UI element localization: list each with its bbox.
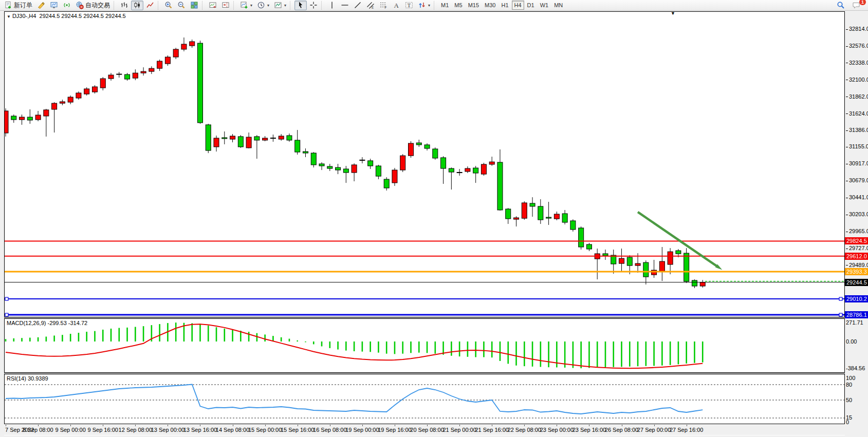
candle-up xyxy=(5,111,8,133)
vline-button[interactable] xyxy=(326,1,338,10)
time-axis-label: 12 Sep 08:00 xyxy=(119,427,152,433)
chart-shift-marker-icon[interactable]: ▼ xyxy=(671,11,675,16)
template-button[interactable]: ▾ xyxy=(272,1,288,10)
template-icon xyxy=(274,1,282,9)
candle-down xyxy=(424,145,430,148)
collapse-arrow-icon[interactable]: ▼ xyxy=(7,14,11,19)
chart-symbol-period: DJ30-,H4 xyxy=(12,13,36,19)
price-axis[interactable]: 32814.032576.032338.032100.031862.031624… xyxy=(846,11,868,435)
time-axis-label: 9 Sep 16:00 xyxy=(88,427,118,433)
period-button[interactable]: ▾ xyxy=(255,1,271,10)
time-tick xyxy=(557,425,557,426)
text-button[interactable]: A xyxy=(390,1,402,10)
timeframe-button-h1[interactable]: H1 xyxy=(498,1,511,10)
candle-down xyxy=(270,138,275,139)
candle-down xyxy=(562,214,567,222)
zoom-out-icon xyxy=(177,1,186,9)
chevron-down-icon: ▾ xyxy=(250,3,252,8)
new-order-button[interactable]: 新订单 xyxy=(2,1,34,10)
tile-windows-button[interactable] xyxy=(188,1,200,10)
time-tick xyxy=(589,425,589,426)
rsi-line xyxy=(6,385,703,414)
candle-up xyxy=(173,49,178,57)
price-axis-label: 29489.0 xyxy=(846,262,868,268)
hline-button[interactable] xyxy=(339,1,351,10)
search-button[interactable] xyxy=(835,1,847,10)
time-axis-label: 15 Sep 16:00 xyxy=(281,427,314,433)
new-chart-button[interactable]: ▾ xyxy=(238,1,254,10)
macd-pane[interactable]: MACD(12,26,9) -299.53 -314.72 xyxy=(4,318,845,373)
tile-icon xyxy=(190,1,198,9)
chart-shift-button[interactable] xyxy=(219,1,232,10)
price-axis-label: 29727.0 xyxy=(846,245,868,251)
candle-up xyxy=(465,168,470,172)
price-axis-label: 32576.0 xyxy=(846,43,868,49)
signal-button[interactable] xyxy=(61,1,73,10)
time-tick xyxy=(524,425,525,426)
crosshair-button[interactable] xyxy=(307,1,320,10)
time-axis-label: 22 Sep 08:00 xyxy=(508,427,541,433)
cursor-button[interactable] xyxy=(294,1,307,10)
market-watch-button[interactable] xyxy=(48,1,60,10)
auto-scroll-button[interactable] xyxy=(207,1,219,10)
chat-notification-badge: 1 xyxy=(859,0,866,5)
time-axis-label: 23 Sep 00:00 xyxy=(540,427,574,433)
zoom-out-button[interactable] xyxy=(175,1,188,10)
time-axis-label: 15 Sep 00:00 xyxy=(248,427,282,433)
timeframe-button-mn[interactable]: MN xyxy=(551,1,565,10)
toolbar-separator xyxy=(114,1,116,10)
text-label-button[interactable]: T xyxy=(403,1,415,10)
auto-trading-button[interactable]: 自动交易 xyxy=(73,1,112,10)
arrows-icon xyxy=(418,1,426,9)
timeframe-button-m30[interactable]: M30 xyxy=(482,1,498,10)
timeframe-button-m15[interactable]: M15 xyxy=(466,1,482,10)
toolbar-separator xyxy=(158,1,160,10)
time-axis-label: 27 Sep 16:00 xyxy=(670,427,703,433)
price-pane[interactable]: ▼DJ30-,H4 29244.5 29244.5 29244.5 29244.… xyxy=(4,11,845,317)
candle-up xyxy=(149,68,154,71)
styles-button[interactable] xyxy=(35,1,47,10)
candle-down xyxy=(676,251,681,254)
timeframe-button-w1[interactable]: W1 xyxy=(538,1,551,10)
time-tick xyxy=(362,425,363,426)
price-badge-29244.5: 29244.5 xyxy=(845,279,868,286)
time-tick xyxy=(265,425,266,426)
time-tick xyxy=(492,425,492,426)
channel-button[interactable]: E xyxy=(364,1,377,10)
time-axis-label: 13 Sep 16:00 xyxy=(183,427,217,433)
candle-up xyxy=(700,282,705,286)
fibonacci-button[interactable]: F xyxy=(377,1,390,10)
chart-area[interactable]: ▼DJ30-,H4 29244.5 29244.5 29244.5 29244.… xyxy=(4,11,845,435)
candle-up xyxy=(659,261,664,271)
timeframe-button-m5[interactable]: M5 xyxy=(452,1,465,10)
trendline-button[interactable] xyxy=(352,1,364,10)
candle-up xyxy=(76,93,81,98)
candle-down xyxy=(579,228,584,247)
rsi-pane[interactable]: RSI(14) 30.9389 xyxy=(4,374,845,424)
chat-button[interactable]: 1 xyxy=(850,1,863,10)
candle-down xyxy=(327,166,333,168)
bar-chart-button[interactable] xyxy=(118,1,131,10)
candle-up xyxy=(554,214,559,219)
timeframe-button-m1[interactable]: M1 xyxy=(438,1,451,10)
candle-up xyxy=(165,57,170,64)
timeframe-button-h4[interactable]: H4 xyxy=(512,1,524,10)
time-axis-label: 16 Sep 08:00 xyxy=(313,427,346,433)
trendline-icon xyxy=(354,1,362,9)
candle-up xyxy=(360,160,365,160)
time-axis[interactable]: 7 Sep 20228 Sep 08:009 Sep 00:009 Sep 16… xyxy=(4,425,845,435)
price-axis-label: 31862.0 xyxy=(846,93,868,100)
candle-up xyxy=(668,252,673,264)
channel-icon: E xyxy=(366,1,375,9)
candle-down xyxy=(416,143,421,145)
timeframe-button-d1[interactable]: D1 xyxy=(525,1,537,10)
candle-up xyxy=(481,164,486,174)
svg-text:A: A xyxy=(394,2,399,9)
candle-chart-button[interactable] xyxy=(131,1,143,10)
line-chart-button[interactable] xyxy=(144,1,156,10)
zoom-in-button[interactable] xyxy=(162,1,175,10)
time-axis-label: 27 Sep 00:00 xyxy=(637,427,671,433)
arrows-button[interactable]: ▾ xyxy=(416,1,432,10)
bars-icon xyxy=(120,1,128,9)
time-tick xyxy=(70,425,71,426)
